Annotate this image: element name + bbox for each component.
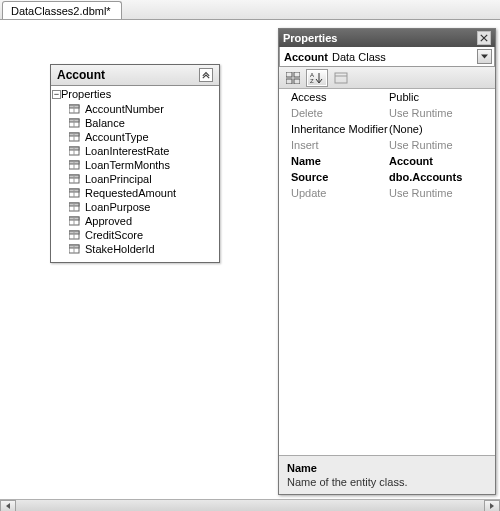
property-row[interactable]: UpdateUse Runtime [279,185,495,201]
close-button[interactable] [477,31,491,45]
entity-property[interactable]: RequestedAmount [67,186,215,200]
entity-property-label: CreditScore [85,229,143,241]
property-label: Name [279,155,389,167]
entity-property[interactable]: LoanPurpose [67,200,215,214]
column-icon [69,146,81,156]
entity-property-label: Balance [85,117,125,129]
property-row[interactable]: DeleteUse Runtime [279,105,495,121]
entity-title: Account [57,68,105,82]
svg-rect-33 [286,72,292,77]
entity-property[interactable]: AccountType [67,130,215,144]
scroll-left-icon[interactable] [0,500,16,511]
property-row[interactable]: InsertUse Runtime [279,137,495,153]
entity-property-label: RequestedAmount [85,187,176,199]
entity-property[interactable]: LoanTermMonths [67,158,215,172]
property-grid[interactable]: AccessPublicDeleteUse RuntimeInheritance… [279,89,495,456]
entity-property-label: LoanTermMonths [85,159,170,171]
svg-text:Z: Z [310,78,314,84]
property-label: Delete [279,107,389,119]
document-tabbar: DataClasses2.dbml* [0,0,500,20]
entity-account[interactable]: Account − Properties AccountNumberBalanc… [50,64,220,263]
alphabetical-button[interactable]: AZ [306,69,328,87]
entity-property[interactable]: Balance [67,116,215,130]
column-icon [69,132,81,142]
column-icon [69,202,81,212]
entity-property-label: LoanPrincipal [85,173,152,185]
svg-rect-35 [286,79,292,84]
column-icon [69,188,81,198]
property-value[interactable]: Use Runtime [389,107,495,119]
property-row[interactable]: NameAccount [279,153,495,169]
svg-rect-36 [294,79,300,84]
svg-rect-39 [335,73,347,83]
property-value[interactable]: dbo.Accounts [389,171,495,183]
object-type: Data Class [332,51,386,63]
description-title: Name [287,462,487,474]
entity-property-label: Approved [85,215,132,227]
entity-property-label: LoanInterestRate [85,145,169,157]
entity-section-label: Properties [61,88,111,100]
property-row[interactable]: Inheritance Modifier(None) [279,121,495,137]
property-value[interactable]: (None) [389,123,495,135]
property-label: Access [279,91,389,103]
property-pages-button[interactable] [330,69,352,87]
property-value[interactable]: Account [389,155,495,167]
entity-property-label: LoanPurpose [85,201,150,213]
entity-property[interactable]: AccountNumber [67,102,215,116]
tree-collapse-icon[interactable]: − [52,90,61,99]
property-description: Name Name of the entity class. [279,456,495,494]
properties-panel: Properties Account Data Class AZ AccessP… [278,28,496,495]
entity-property-label: StakeHolderId [85,243,155,255]
entity-property-label: AccountNumber [85,103,164,115]
properties-titlebar[interactable]: Properties [279,29,495,47]
property-label: Insert [279,139,389,151]
properties-title: Properties [283,32,337,44]
property-value[interactable]: Public [389,91,495,103]
collapse-icon[interactable] [199,68,213,82]
column-icon [69,216,81,226]
property-value[interactable]: Use Runtime [389,187,495,199]
description-text: Name of the entity class. [287,476,487,488]
column-icon [69,230,81,240]
entity-property[interactable]: LoanPrincipal [67,172,215,186]
dropdown-icon[interactable] [477,49,492,64]
column-icon [69,160,81,170]
entity-property[interactable]: CreditScore [67,228,215,242]
entity-properties-section: − Properties AccountNumberBalanceAccount… [51,86,219,262]
column-icon [69,104,81,114]
column-icon [69,244,81,254]
property-label: Update [279,187,389,199]
scroll-right-icon[interactable] [484,500,500,511]
entity-property-list: AccountNumberBalanceAccountTypeLoanInter… [61,100,215,260]
object-selector[interactable]: Account Data Class [279,47,495,67]
document-tab-label: DataClasses2.dbml* [11,5,111,17]
entity-property[interactable]: Approved [67,214,215,228]
property-label: Inheritance Modifier [279,123,389,135]
svg-rect-34 [294,72,300,77]
property-toolbar: AZ [279,67,495,89]
document-tab[interactable]: DataClasses2.dbml* [2,1,122,19]
design-canvas[interactable]: Account − Properties AccountNumberBalanc… [0,20,275,499]
property-row[interactable]: Sourcedbo.Accounts [279,169,495,185]
object-name: Account [284,51,328,63]
column-icon [69,174,81,184]
entity-property-label: AccountType [85,131,149,143]
property-value[interactable]: Use Runtime [389,139,495,151]
entity-property[interactable]: StakeHolderId [67,242,215,256]
column-icon [69,118,81,128]
property-row[interactable]: AccessPublic [279,89,495,105]
horizontal-scrollbar[interactable] [0,499,500,511]
entity-header[interactable]: Account [51,65,219,86]
workspace: Account − Properties AccountNumberBalanc… [0,20,500,499]
property-label: Source [279,171,389,183]
entity-property[interactable]: LoanInterestRate [67,144,215,158]
categorized-button[interactable] [282,69,304,87]
